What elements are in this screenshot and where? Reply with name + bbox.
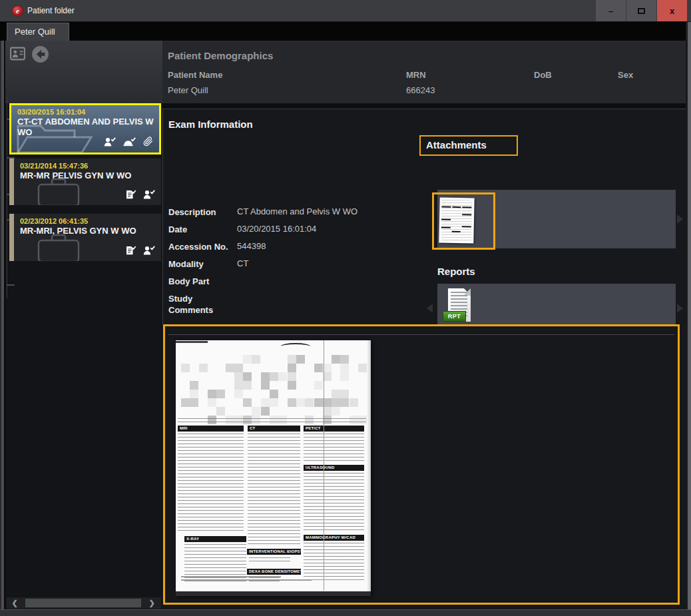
exam-field-label: Description [168,206,234,218]
attachments-scroll-right-icon[interactable] [677,214,683,224]
timeline [7,97,7,298]
close-button[interactable]: x [656,0,687,21]
study-status-icons [104,137,153,149]
rpt-badge: RPT [443,311,466,322]
study-list-item[interactable]: 02/23/2012 06:41:35MR-MRI, PELVIS GYN W … [9,214,161,261]
window-bottom-edge [0,609,691,616]
demographics-field-label: MRN [406,70,426,80]
exam-field-value: 544398 [237,241,266,251]
close-icon: x [670,6,674,16]
scan-artifact [176,341,208,343]
tab-strip: Peter Quill [0,22,691,41]
study-title: MR-MRI, PELVIS GYN W WO [20,226,156,236]
study-date: 03/21/2014 15:47:36 [20,162,156,170]
form-footnote [181,576,281,577]
scroll-right-icon[interactable]: ❯ [144,599,160,607]
section-divider [162,103,686,109]
reports-scroll-left-icon[interactable] [427,304,433,313]
form-section-bar: MAMMOGRAPHY W/CAD [304,535,364,541]
maximize-button[interactable] [626,0,656,21]
title-bar[interactable]: e Patient folder – x [0,0,691,22]
demographics-field-label: Sex [618,70,633,80]
page-bottom-edge [176,591,371,596]
study-status-icons [125,246,155,258]
exam-field-label: Modality [168,258,234,270]
minimize-button[interactable]: – [595,0,626,21]
study-date: 03/20/2015 16:01:04 [17,108,155,116]
form-section-bar: INTERVENTIONAL BIOPSY [247,549,301,555]
study-date: 02/23/2012 06:41:35 [20,217,156,225]
form-text-block [304,543,364,581]
form-section-bar: DEXA BONE DENSITOMETRY [247,569,301,575]
form-text-block [248,434,300,545]
scan-artifact-curve [281,343,310,350]
attachment-thumbnail-page [439,197,474,243]
paperclip-icon [143,137,153,149]
exam-information-section: Exam Information DescriptionCT Abdomen a… [162,109,686,324]
study-list-item[interactable]: 03/21/2014 15:47:36MR-MR PELVIS GYN W WO [9,158,161,205]
demographics-field-value: Peter Quill [168,85,208,95]
form-section-bar: CT [248,426,300,432]
document-check-icon [125,246,136,258]
exam-field-value: CT [237,258,248,268]
attachments-heading: Attachments [426,139,487,151]
exam-field-label: Study Comments [168,293,234,316]
window-right-edge [686,22,691,609]
timeline-tick [7,284,15,286]
scanned-document-page: MRICTPET/CTULTRASOUNDX-RAYINTERVENTIONAL… [176,340,371,596]
page-edge-shadow [367,340,371,596]
form-text-block [304,473,364,530]
detail-panel: Patient Demographics Patient NamePeter Q… [162,41,686,609]
form-text-block [249,557,290,563]
exam-field-label: Accession No. [168,241,234,252]
study-title: MR-MR PELVIS GYN W WO [20,170,156,181]
person-check-icon [143,246,155,258]
window-title: Patient folder [27,6,75,15]
study-item-strip [9,158,14,205]
form-section-bar: MRI [178,426,244,432]
form-footnote [181,579,312,581]
demographics-field-value: 666243 [406,85,435,95]
exam-field-label: Body Part [168,276,234,287]
form-text-block [178,418,366,423]
patient-card-icon[interactable] [9,45,26,65]
reports-heading: Reports [437,266,475,277]
window-controls: – x [595,0,687,22]
study-item-strip [9,214,14,261]
page-fold-line [324,340,324,591]
left-toolbar [5,41,162,103]
form-section-bar: PET/CT [304,426,364,432]
study-status-icons [125,190,155,202]
form-section-bar: ULTRASOUND [304,465,364,471]
study-title: CT-CT ABDOMEN AND PELVIS W WO [17,117,155,138]
patient-folder-window: e Patient folder – x Peter Quill 03/20/2… [0,0,691,616]
app-logo-icon: e [13,6,23,16]
study-list-item[interactable]: 03/20/2015 16:01:04CT-CT ABDOMEN AND PEL… [9,103,161,154]
exam-field-label: Date [168,224,234,235]
form-text-block [178,434,244,532]
attachment-preview-panel: MRICTPET/CTULTRASOUNDX-RAYINTERVENTIONAL… [163,324,680,605]
exam-heading: Exam Information [168,119,253,130]
report-document-icon[interactable]: RPT [443,288,473,327]
scroll-left-icon[interactable]: ❮ [7,599,23,607]
back-icon[interactable] [31,45,49,66]
demographics-heading: Patient Demographics [168,50,273,61]
document-check-icon [125,190,136,202]
attachment-thumbnail[interactable] [432,192,495,250]
exam-field-value: 03/20/2015 16:01:04 [237,224,316,234]
reports-scroll-right-icon[interactable] [677,304,683,313]
scrollbar-thumb[interactable] [25,599,141,607]
person-check-icon [104,137,116,149]
study-list-panel: 03/20/2015 16:01:04CT-CT ABDOMEN AND PEL… [5,41,162,609]
demographics-field-label: Patient Name [168,70,222,80]
person-check-icon [143,190,155,202]
tab-peter-quill[interactable]: Peter Quill [7,23,69,41]
preview-splitter[interactable] [168,334,674,335]
horizontal-scrollbar[interactable]: ❮ ❯ [7,597,161,609]
window-left-edge [0,41,5,609]
minimize-icon: – [608,6,613,16]
maximize-icon [638,8,645,14]
form-text-block [304,434,364,462]
demographics-field-label: DoB [534,70,552,80]
form-section-bar: X-RAY [184,536,246,542]
